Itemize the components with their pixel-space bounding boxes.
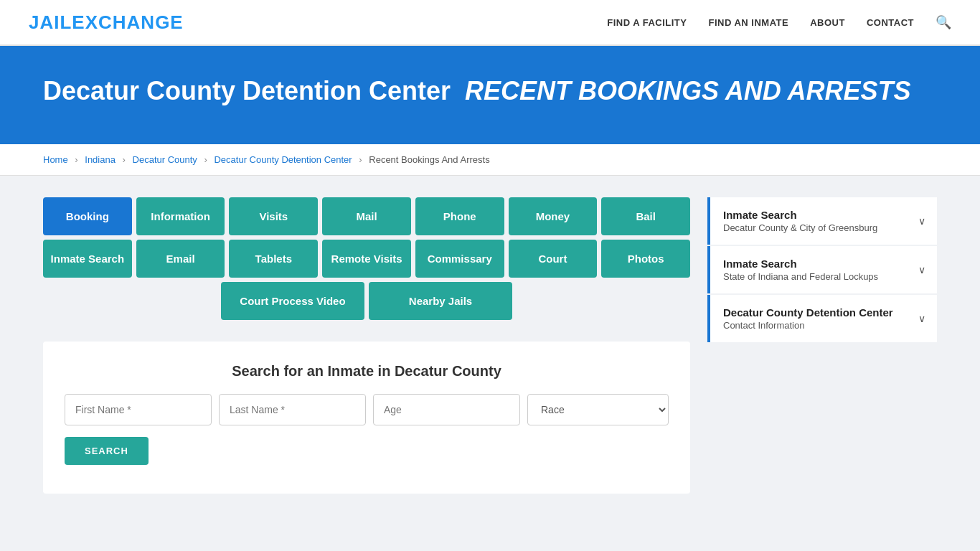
- chevron-down-icon-3: ∨: [918, 313, 925, 324]
- breadcrumb-facility[interactable]: Decatur County Detention Center: [214, 154, 352, 165]
- inmate-search-panel: Search for an Inmate in Decatur County R…: [43, 342, 690, 494]
- btn-court-process-video[interactable]: Court Process Video: [221, 282, 364, 320]
- nav-about[interactable]: ABOUT: [810, 17, 845, 28]
- sidebar-subtitle-3: Contact Information: [723, 320, 893, 331]
- race-select[interactable]: Race White Black Hispanic Asian Other: [527, 394, 669, 425]
- chevron-down-icon-2: ∨: [918, 264, 925, 276]
- right-sidebar: Inmate Search Decatur County & City of G…: [707, 197, 937, 344]
- sidebar-item-inmate-search-1[interactable]: Inmate Search Decatur County & City of G…: [707, 197, 937, 245]
- btn-tablets[interactable]: Tablets: [229, 240, 318, 278]
- nav-row-2: Inmate Search Email Tablets Remote Visit…: [43, 240, 690, 278]
- btn-phone[interactable]: Phone: [415, 197, 504, 235]
- site-header: JAILEXCHANGE FIND A FACILITY FIND AN INM…: [0, 0, 980, 46]
- btn-inmate-search[interactable]: Inmate Search: [43, 240, 132, 278]
- search-button[interactable]: SEARCH: [65, 437, 149, 465]
- first-name-input[interactable]: [65, 394, 212, 425]
- chevron-down-icon-1: ∨: [918, 215, 925, 227]
- nav-button-grid: Booking Information Visits Mail Phone Mo…: [43, 197, 690, 320]
- hero-title-main: Decatur County Detention Center: [43, 76, 451, 105]
- sidebar-subtitle-1: Decatur County & City of Greensburg: [723, 222, 877, 233]
- nav-contact[interactable]: CONTACT: [867, 17, 914, 28]
- main-content: Booking Information Visits Mail Phone Mo…: [0, 176, 980, 515]
- btn-email[interactable]: Email: [136, 240, 225, 278]
- breadcrumb-sep-2: ›: [123, 154, 126, 165]
- logo-part1: JAIL: [29, 11, 72, 33]
- sidebar-title-3: Decatur County Detention Center: [723, 306, 893, 319]
- age-input[interactable]: [373, 394, 520, 425]
- btn-visits[interactable]: Visits: [229, 197, 318, 235]
- left-content: Booking Information Visits Mail Phone Mo…: [43, 197, 690, 494]
- breadcrumb-indiana[interactable]: Indiana: [85, 154, 116, 165]
- logo-part2-colored: EXCHANGE: [72, 11, 183, 33]
- btn-commissary[interactable]: Commissary: [415, 240, 504, 278]
- breadcrumb-sep-3: ›: [204, 154, 207, 165]
- breadcrumb-current: Recent Bookings And Arrests: [369, 154, 489, 165]
- btn-bail[interactable]: Bail: [601, 197, 690, 235]
- nav-find-facility[interactable]: FIND A FACILITY: [607, 17, 687, 28]
- search-icon-button[interactable]: 🔍: [936, 14, 951, 30]
- sidebar-text-1: Inmate Search Decatur County & City of G…: [723, 209, 877, 233]
- sidebar-item-inmate-search-2[interactable]: Inmate Search State of Indiana and Feder…: [707, 246, 937, 293]
- site-logo[interactable]: JAILEXCHANGE: [29, 11, 184, 34]
- breadcrumb-home[interactable]: Home: [43, 154, 68, 165]
- sidebar-item-contact-info[interactable]: Decatur County Detention Center Contact …: [707, 295, 937, 342]
- breadcrumb-sep-4: ›: [359, 154, 362, 165]
- hero-title-italic: RECENT BOOKINGS AND ARRESTS: [465, 76, 910, 105]
- breadcrumb: Home › Indiana › Decatur County › Decatu…: [0, 144, 980, 176]
- nav-find-inmate[interactable]: FIND AN INMATE: [708, 17, 788, 28]
- btn-court[interactable]: Court: [509, 240, 598, 278]
- search-title: Search for an Inmate in Decatur County: [65, 363, 669, 380]
- btn-information[interactable]: Information: [136, 197, 225, 235]
- btn-money[interactable]: Money: [509, 197, 598, 235]
- main-nav: FIND A FACILITY FIND AN INMATE ABOUT CON…: [607, 14, 951, 30]
- breadcrumb-sep-1: ›: [75, 154, 77, 165]
- page-title: Decatur County Detention Center RECENT B…: [43, 75, 937, 108]
- hero-section: Decatur County Detention Center RECENT B…: [0, 46, 980, 144]
- btn-nearby-jails[interactable]: Nearby Jails: [369, 282, 512, 320]
- nav-row-3: Court Process Video Nearby Jails: [43, 282, 690, 320]
- btn-booking[interactable]: Booking: [43, 197, 132, 235]
- btn-photos[interactable]: Photos: [601, 240, 690, 278]
- sidebar-text-3: Decatur County Detention Center Contact …: [723, 306, 893, 331]
- sidebar-title-1: Inmate Search: [723, 209, 877, 221]
- search-fields: Race White Black Hispanic Asian Other: [65, 394, 669, 425]
- last-name-input[interactable]: [219, 394, 366, 425]
- sidebar-title-2: Inmate Search: [723, 258, 878, 270]
- sidebar-text-2: Inmate Search State of Indiana and Feder…: [723, 258, 878, 282]
- breadcrumb-decatur-county[interactable]: Decatur County: [133, 154, 197, 165]
- sidebar-subtitle-2: State of Indiana and Federal Lockups: [723, 271, 878, 282]
- btn-remote-visits[interactable]: Remote Visits: [322, 240, 411, 278]
- nav-row-1: Booking Information Visits Mail Phone Mo…: [43, 197, 690, 235]
- btn-mail[interactable]: Mail: [322, 197, 411, 235]
